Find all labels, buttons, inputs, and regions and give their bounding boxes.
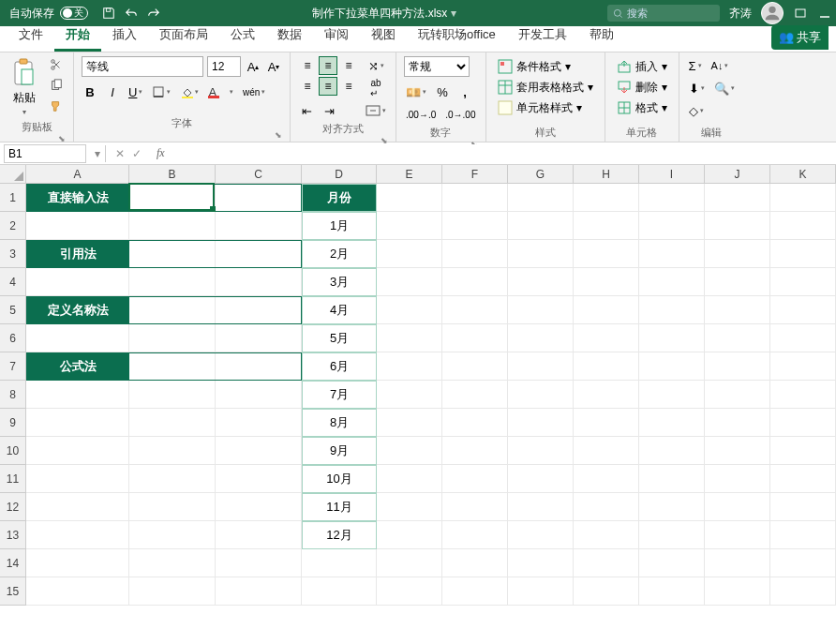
sort-filter-button[interactable]: A↓	[709, 56, 731, 75]
merge-button[interactable]	[364, 101, 388, 120]
font-color-button[interactable]: A	[206, 82, 235, 101]
cell-G15[interactable]	[508, 577, 574, 606]
cell-G12[interactable]	[508, 493, 574, 521]
cell-D9[interactable]: 8月	[302, 409, 377, 437]
cell-D7[interactable]: 6月	[302, 352, 377, 381]
cell-B6[interactable]	[129, 324, 216, 352]
cell-J7[interactable]	[705, 352, 770, 381]
cell-F4[interactable]	[442, 268, 508, 296]
cell-E11[interactable]	[377, 465, 442, 493]
cell-K9[interactable]	[770, 409, 836, 437]
autosum-button[interactable]: Σ	[687, 56, 704, 75]
cell-E9[interactable]	[377, 409, 442, 437]
bold-button[interactable]: B	[82, 82, 98, 101]
cell-G14[interactable]	[508, 549, 574, 577]
cut-button[interactable]	[47, 56, 66, 73]
cell-H15[interactable]	[574, 577, 639, 606]
clipboard-expand-icon[interactable]: ⬊	[7, 134, 66, 143]
column-header-G[interactable]: G	[508, 165, 574, 184]
cell-A6[interactable]	[26, 324, 129, 352]
comma-button[interactable]: ,	[456, 82, 473, 101]
cell-H12[interactable]	[574, 493, 639, 521]
format-cells-button[interactable]: 格式 ▾	[613, 97, 671, 118]
cell-F12[interactable]	[442, 493, 508, 521]
cell-K6[interactable]	[770, 324, 836, 352]
column-header-H[interactable]: H	[574, 165, 639, 184]
tab-页面布局[interactable]: 页面布局	[148, 21, 219, 52]
column-header-K[interactable]: K	[770, 165, 836, 184]
cell-F3[interactable]	[442, 240, 508, 268]
column-header-I[interactable]: I	[639, 165, 705, 184]
cell-E14[interactable]	[377, 549, 442, 577]
row-header-3[interactable]: 3	[0, 240, 26, 268]
cell-I10[interactable]	[639, 437, 705, 465]
column-header-D[interactable]: D	[302, 165, 377, 184]
cell-J3[interactable]	[705, 240, 770, 268]
cell-I6[interactable]	[639, 324, 705, 352]
cell-K5[interactable]	[770, 296, 836, 324]
user-avatar[interactable]	[761, 2, 784, 24]
cell-D6[interactable]: 5月	[302, 324, 377, 352]
column-header-B[interactable]: B	[129, 165, 216, 184]
cell-F9[interactable]	[442, 409, 508, 437]
align-left-button[interactable]: ≡	[298, 77, 317, 96]
row-header-12[interactable]: 12	[0, 493, 26, 521]
tab-视图[interactable]: 视图	[360, 21, 407, 52]
cell-G6[interactable]	[508, 324, 574, 352]
formula-input[interactable]	[171, 144, 836, 163]
wrap-text-button[interactable]: ab↵	[364, 79, 388, 97]
cell-G1[interactable]	[508, 184, 574, 212]
border-button[interactable]	[150, 82, 172, 101]
cell-B2[interactable]	[129, 212, 216, 240]
cell-A5[interactable]: 定义名称法	[26, 296, 129, 324]
cell-C1[interactable]	[216, 184, 302, 212]
search-input[interactable]: 搜索	[607, 5, 720, 22]
cell-I14[interactable]	[639, 549, 705, 577]
cell-J10[interactable]	[705, 437, 770, 465]
cell-K8[interactable]	[770, 381, 836, 409]
fill-color-button[interactable]	[178, 82, 201, 101]
row-header-7[interactable]: 7	[0, 352, 26, 381]
paste-button[interactable]: 粘贴 ▾	[7, 56, 41, 118]
cell-J4[interactable]	[705, 268, 770, 296]
cell-E4[interactable]	[377, 268, 442, 296]
cell-A12[interactable]	[26, 493, 129, 521]
tab-文件[interactable]: 文件	[7, 21, 54, 52]
cell-D1[interactable]: 月份	[302, 184, 377, 212]
minimize-icon[interactable]	[817, 6, 832, 21]
align-top-button[interactable]: ≡	[298, 56, 317, 75]
fill-button[interactable]: ⬇	[687, 79, 707, 97]
font-name-select[interactable]	[82, 56, 203, 77]
cell-F8[interactable]	[442, 381, 508, 409]
cell-J1[interactable]	[705, 184, 770, 212]
cell-C12[interactable]	[216, 493, 302, 521]
cell-H11[interactable]	[574, 465, 639, 493]
cell-H2[interactable]	[574, 212, 639, 240]
ribbon-mode-icon[interactable]	[793, 6, 808, 21]
cell-H1[interactable]	[574, 184, 639, 212]
save-icon[interactable]	[101, 6, 116, 21]
cell-J13[interactable]	[705, 521, 770, 549]
cell-B5[interactable]	[129, 296, 216, 324]
cell-F10[interactable]	[442, 437, 508, 465]
cell-B11[interactable]	[129, 465, 216, 493]
cell-B1[interactable]	[129, 184, 216, 212]
row-header-5[interactable]: 5	[0, 296, 26, 324]
cell-K1[interactable]	[770, 184, 836, 212]
select-all-button[interactable]	[0, 165, 26, 184]
cell-K2[interactable]	[770, 212, 836, 240]
cell-E10[interactable]	[377, 437, 442, 465]
tab-数据[interactable]: 数据	[266, 21, 313, 52]
row-header-8[interactable]: 8	[0, 381, 26, 409]
cell-H13[interactable]	[574, 521, 639, 549]
toggle-switch[interactable]: 关	[60, 7, 88, 20]
cell-I5[interactable]	[639, 296, 705, 324]
cell-G8[interactable]	[508, 381, 574, 409]
column-header-C[interactable]: C	[216, 165, 302, 184]
align-center-button[interactable]: ≡	[319, 77, 337, 96]
insert-cells-button[interactable]: 插入 ▾	[613, 56, 671, 77]
cell-G2[interactable]	[508, 212, 574, 240]
cell-K15[interactable]	[770, 577, 836, 606]
cell-H14[interactable]	[574, 549, 639, 577]
cell-K3[interactable]	[770, 240, 836, 268]
